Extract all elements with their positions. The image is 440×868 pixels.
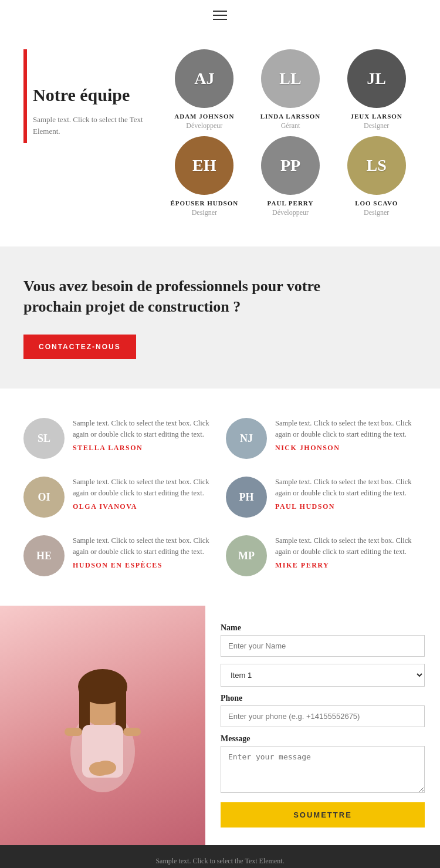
team-avatar: AJ <box>175 49 233 108</box>
testimonials-section: SL Sample text. Click to select the text… <box>0 389 440 606</box>
testimonial-avatar: SL <box>23 418 65 459</box>
team-member: EH ÉPOUSER HUDSON Designer <box>164 136 245 217</box>
testimonial-initials: MP <box>238 550 255 562</box>
team-member-role: Designer <box>364 208 389 217</box>
woman-illustration <box>21 634 185 845</box>
avatar-initials: PP <box>280 156 300 175</box>
message-textarea[interactable] <box>221 746 425 793</box>
team-member-role: Développeur <box>186 121 222 130</box>
team-member-name: ÉPOUSER HUDSON <box>170 200 238 207</box>
hamburger-icon[interactable] <box>213 11 227 20</box>
select-field-group: Item 1Item 2Item 3 <box>221 664 425 687</box>
testimonial-text: Sample text. Click to select the text bo… <box>275 535 417 558</box>
testimonial-name: PAUL HUDSON <box>275 502 417 511</box>
testimonial-avatar: MP <box>226 535 267 576</box>
testimonial-initials: OI <box>38 491 50 504</box>
testimonial-content: Sample text. Click to select the text bo… <box>73 418 214 452</box>
testimonial-item: PH Sample text. Click to select the text… <box>226 477 417 518</box>
contact-form: Name Item 1Item 2Item 3 Phone Message SO… <box>205 606 440 845</box>
item-select[interactable]: Item 1Item 2Item 3 <box>221 664 425 687</box>
team-avatar: JL <box>347 49 406 108</box>
team-member: JL JEUX LARSON Designer <box>336 49 417 130</box>
testimonial-name: HUDSON EN ESPÈCES <box>73 561 214 570</box>
testimonial-text: Sample text. Click to select the text bo… <box>73 418 214 440</box>
submit-button[interactable]: SOUMETTRE <box>221 802 425 828</box>
testimonial-avatar: PH <box>226 477 267 518</box>
team-section: Notre équipe Sample text. Click to selec… <box>0 26 440 246</box>
testimonial-text: Sample text. Click to select the text bo… <box>73 535 214 558</box>
svg-point-9 <box>95 761 116 775</box>
contactez-nous-button[interactable]: CONTACTEZ-NOUS <box>23 335 136 359</box>
team-member-name: JEUX LARSON <box>351 113 402 120</box>
name-label: Name <box>221 623 425 633</box>
team-member: PP PAUL PERRY Développeur <box>251 136 331 217</box>
cta-section: Vous avez besoin de professionnels pour … <box>0 246 440 389</box>
avatar-initials: EH <box>192 156 216 175</box>
testimonial-name: NICK JHONSON <box>275 444 417 452</box>
testimonial-content: Sample text. Click to select the text bo… <box>275 535 417 570</box>
testimonial-name: MIKE PERRY <box>275 561 417 570</box>
team-member: LS LOO SCAVO Designer <box>336 136 417 217</box>
testimonial-item: NJ Sample text. Click to select the text… <box>226 418 417 459</box>
footer-text: Sample text. Click to select the Text El… <box>23 857 417 866</box>
name-field-group: Name <box>221 623 425 657</box>
team-avatar: PP <box>261 136 320 195</box>
team-left: Notre équipe Sample text. Click to selec… <box>23 49 153 217</box>
testimonial-initials: NJ <box>240 433 253 445</box>
avatar-initials: LS <box>367 156 387 175</box>
team-avatar: LL <box>261 49 320 108</box>
message-label: Message <box>221 734 425 744</box>
team-member-role: Gérant <box>281 121 300 130</box>
phone-input[interactable] <box>221 705 425 727</box>
phone-field-group: Phone <box>221 694 425 727</box>
svg-rect-7 <box>123 728 141 736</box>
testimonial-name: OLGA IVANOVA <box>73 502 214 511</box>
testimonial-content: Sample text. Click to select the text bo… <box>73 535 214 570</box>
testimonial-avatar: OI <box>23 477 65 518</box>
phone-label: Phone <box>221 694 425 703</box>
contact-section: Name Item 1Item 2Item 3 Phone Message SO… <box>0 606 440 845</box>
testimonial-text: Sample text. Click to select the text bo… <box>275 418 417 440</box>
testimonial-content: Sample text. Click to select the text bo… <box>73 477 214 511</box>
testimonials-grid: SL Sample text. Click to select the text… <box>23 418 417 576</box>
cta-text: Vous avez besoin de professionnels pour … <box>23 276 329 317</box>
testimonial-avatar: NJ <box>226 418 267 459</box>
testimonial-item: OI Sample text. Click to select the text… <box>23 477 214 518</box>
team-subtitle: Sample text. Click to select the Text El… <box>23 114 153 137</box>
avatar-initials: JL <box>367 69 386 88</box>
team-title: Notre équipe <box>23 85 153 106</box>
testimonial-text: Sample text. Click to select the text bo… <box>275 477 417 499</box>
contact-image-placeholder <box>0 606 205 845</box>
testimonial-initials: SL <box>38 433 50 445</box>
testimonial-name: STELLA LARSON <box>73 444 214 452</box>
testimonial-avatar: HE <box>23 535 65 576</box>
testimonial-content: Sample text. Click to select the text bo… <box>275 477 417 511</box>
team-grid: AJ ADAM JOHNSON Développeur LL LINDA LAR… <box>153 49 417 217</box>
testimonial-initials: HE <box>36 550 52 562</box>
name-input[interactable] <box>221 635 425 657</box>
team-member-role: Développeur <box>272 208 309 217</box>
contact-image <box>0 606 205 845</box>
svg-rect-6 <box>65 728 82 736</box>
team-member: AJ ADAM JOHNSON Développeur <box>164 49 245 130</box>
testimonial-item: HE Sample text. Click to select the text… <box>23 535 214 576</box>
avatar-initials: AJ <box>194 69 214 88</box>
message-field-group: Message <box>221 734 425 795</box>
team-member-name: PAUL PERRY <box>268 200 314 207</box>
footer: Sample text. Click to select the Text El… <box>0 845 440 868</box>
team-avatar: EH <box>175 136 233 195</box>
testimonial-content: Sample text. Click to select the text bo… <box>275 418 417 452</box>
team-member-name: LINDA LARSSON <box>260 113 321 120</box>
header <box>0 0 440 26</box>
avatar-initials: LL <box>279 69 301 88</box>
team-avatar: LS <box>347 136 406 195</box>
testimonial-item: SL Sample text. Click to select the text… <box>23 418 214 459</box>
testimonial-initials: PH <box>239 491 254 504</box>
team-member-role: Designer <box>364 121 389 130</box>
team-member-role: Designer <box>192 208 217 217</box>
testimonial-item: MP Sample text. Click to select the text… <box>226 535 417 576</box>
team-member-name: LOO SCAVO <box>355 200 398 207</box>
red-bar-accent <box>23 49 27 143</box>
team-member: LL LINDA LARSSON Gérant <box>251 49 331 130</box>
testimonial-text: Sample text. Click to select the text bo… <box>73 477 214 499</box>
